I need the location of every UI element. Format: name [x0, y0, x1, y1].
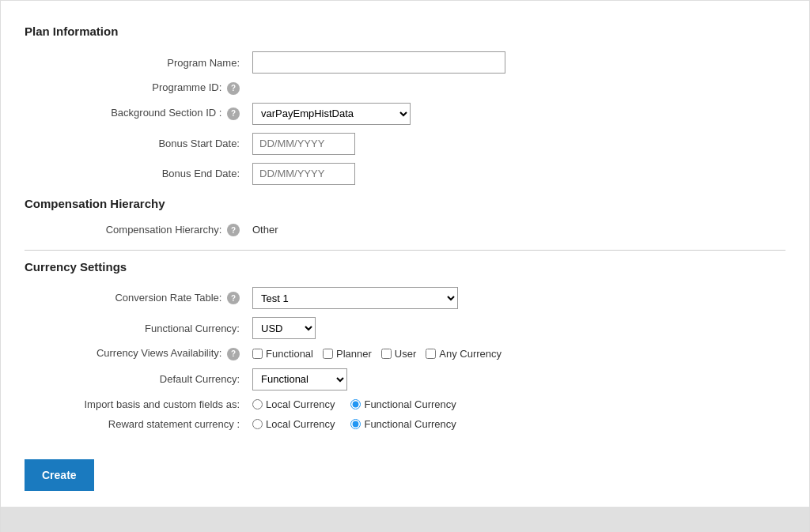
radio-import-local[interactable] — [252, 399, 263, 409]
conversion-rate-table-label: Conversion Rate Table: ? — [25, 283, 246, 313]
bottom-bar — [1, 507, 809, 532]
conversion-rate-table-select[interactable]: Test 1 Test 2 Test 3 — [252, 287, 458, 309]
reward-statement-value: Local Currency Functional Currency — [246, 414, 785, 434]
reward-statement-label: Reward statement currency : — [25, 414, 246, 434]
plan-information-form: Program Name: Programme ID: ? Background… — [25, 47, 785, 189]
radio-reward-local-item: Local Currency — [252, 418, 335, 430]
radio-import-local-label[interactable]: Local Currency — [266, 398, 335, 410]
radio-reward-functional-item: Functional Currency — [350, 418, 456, 430]
functional-currency-label: Functional Currency: — [25, 313, 246, 343]
conversion-rate-table-help-icon[interactable]: ? — [227, 292, 240, 304]
compensation-hierarchy-label: Compensation Hierarchy: ? — [25, 220, 246, 241]
functional-currency-select[interactable]: USD EUR GBP JPY — [252, 317, 316, 339]
radio-import-functional-item: Functional Currency — [350, 398, 456, 410]
compensation-hierarchy-text: Other — [252, 224, 278, 236]
default-currency-value: Functional Local USD EUR — [246, 364, 785, 394]
compensation-hierarchy-row: Compensation Hierarchy: ? Other — [25, 220, 785, 241]
bonus-start-date-input[interactable] — [252, 133, 355, 155]
checkbox-any-currency-item: Any Currency — [426, 348, 502, 360]
radio-reward-functional-label[interactable]: Functional Currency — [364, 418, 456, 430]
compensation-hierarchy-title: Compensation Hierarchy — [25, 197, 785, 210]
checkbox-user-item: User — [381, 348, 416, 360]
import-basis-value: Local Currency Functional Currency — [246, 394, 785, 414]
currency-settings-title: Currency Settings — [25, 260, 785, 274]
checkbox-planner-item: Planner — [323, 348, 372, 360]
background-section-id-row: Background Section ID : ? varPayEmpHistD… — [25, 99, 785, 129]
radio-reward-local[interactable] — [252, 419, 263, 429]
programme-id-label: Programme ID: ? — [25, 77, 246, 99]
checkbox-user-label[interactable]: User — [395, 348, 416, 360]
section-divider — [25, 250, 785, 251]
bonus-end-date-label: Bonus End Date: — [25, 159, 246, 189]
compensation-hierarchy-form: Compensation Hierarchy: ? Other — [25, 220, 785, 241]
checkbox-functional-label[interactable]: Functional — [266, 348, 313, 360]
bonus-end-date-input[interactable] — [252, 163, 355, 185]
currency-settings-form: Conversion Rate Table: ? Test 1 Test 2 T… — [25, 283, 785, 434]
program-name-value — [246, 47, 785, 77]
background-section-id-label: Background Section ID : ? — [25, 99, 246, 129]
radio-import-functional[interactable] — [350, 399, 361, 409]
program-name-row: Program Name: — [25, 47, 785, 77]
background-section-id-help-icon[interactable]: ? — [227, 108, 240, 120]
programme-id-help-icon[interactable]: ? — [227, 82, 240, 95]
currency-views-checkboxes: Functional Planner User Any Currency — [252, 348, 779, 360]
reward-statement-radios: Local Currency Functional Currency — [252, 418, 779, 430]
functional-currency-value: USD EUR GBP JPY — [246, 313, 785, 343]
currency-views-availability-value: Functional Planner User Any Currency — [246, 343, 785, 364]
bonus-end-date-value — [246, 159, 785, 189]
programme-id-value — [246, 77, 785, 99]
radio-reward-functional[interactable] — [350, 419, 361, 429]
import-basis-row: Import basis and custom fields as: Local… — [25, 394, 785, 414]
programme-id-row: Programme ID: ? — [25, 77, 785, 99]
bonus-start-date-value — [246, 129, 785, 159]
checkbox-planner-label[interactable]: Planner — [336, 348, 372, 360]
default-currency-row: Default Currency: Functional Local USD E… — [25, 364, 785, 394]
import-basis-radios: Local Currency Functional Currency — [252, 398, 779, 410]
checkbox-functional-item: Functional — [252, 348, 313, 360]
radio-reward-local-label[interactable]: Local Currency — [266, 418, 335, 430]
functional-currency-row: Functional Currency: USD EUR GBP JPY — [25, 313, 785, 343]
conversion-rate-table-value: Test 1 Test 2 Test 3 — [246, 283, 785, 313]
bonus-end-date-row: Bonus End Date: — [25, 159, 785, 189]
page-container: Plan Information Program Name: Programme… — [0, 0, 810, 532]
compensation-hierarchy-value: Other — [246, 220, 785, 241]
reward-statement-row: Reward statement currency : Local Curren… — [25, 414, 785, 434]
checkbox-planner[interactable] — [323, 349, 333, 359]
currency-views-availability-help-icon[interactable]: ? — [227, 348, 240, 360]
conversion-rate-table-row: Conversion Rate Table: ? Test 1 Test 2 T… — [25, 283, 785, 313]
bonus-start-date-label: Bonus Start Date: — [25, 129, 246, 159]
default-currency-select[interactable]: Functional Local USD EUR — [252, 368, 347, 391]
default-currency-label: Default Currency: — [25, 364, 246, 394]
currency-views-availability-label: Currency Views Availability: ? — [25, 343, 246, 364]
bonus-start-date-row: Bonus Start Date: — [25, 129, 785, 159]
checkbox-any-currency-label[interactable]: Any Currency — [439, 348, 502, 360]
background-section-id-select[interactable]: varPayEmpHistData option2 option3 — [252, 103, 411, 125]
checkbox-any-currency[interactable] — [426, 349, 436, 359]
program-name-label: Program Name: — [25, 47, 246, 77]
program-name-input[interactable] — [252, 51, 505, 74]
radio-import-local-item: Local Currency — [252, 398, 335, 410]
compensation-hierarchy-help-icon[interactable]: ? — [227, 224, 240, 236]
create-button[interactable]: Create — [25, 459, 94, 491]
currency-views-availability-row: Currency Views Availability: ? Functiona… — [25, 343, 785, 364]
background-section-id-value: varPayEmpHistData option2 option3 — [246, 99, 785, 129]
plan-information-title: Plan Information — [25, 25, 785, 38]
radio-import-functional-label[interactable]: Functional Currency — [364, 398, 456, 410]
checkbox-functional[interactable] — [252, 349, 263, 359]
import-basis-label: Import basis and custom fields as: — [25, 394, 246, 414]
checkbox-user[interactable] — [381, 349, 392, 359]
